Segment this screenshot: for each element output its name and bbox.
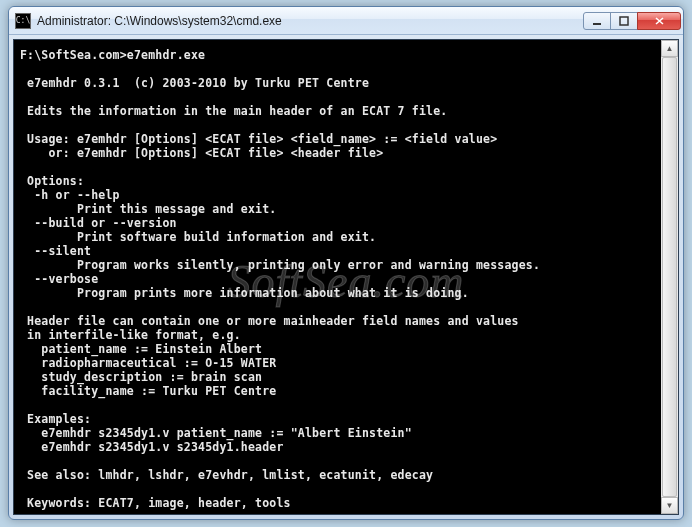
window-controls bbox=[584, 12, 681, 30]
titlebar[interactable]: C:\ Administrator: C:\Windows\system32\c… bbox=[9, 7, 683, 35]
svg-rect-1 bbox=[620, 17, 628, 25]
window-title: Administrator: C:\Windows\system32\cmd.e… bbox=[37, 14, 584, 28]
svg-rect-0 bbox=[593, 23, 601, 25]
scroll-thumb[interactable] bbox=[662, 57, 677, 497]
console-output[interactable]: F:\SoftSea.com>e7emhdr.exe e7emhdr 0.3.1… bbox=[14, 40, 678, 515]
scroll-up-button[interactable]: ▲ bbox=[661, 40, 678, 57]
cmd-window: C:\ Administrator: C:\Windows\system32\c… bbox=[8, 6, 684, 520]
console-area: F:\SoftSea.com>e7emhdr.exe e7emhdr 0.3.1… bbox=[13, 39, 679, 515]
vertical-scrollbar[interactable]: ▲ ▼ bbox=[661, 40, 678, 514]
maximize-button[interactable] bbox=[610, 12, 638, 30]
cmd-icon: C:\ bbox=[15, 13, 31, 29]
scroll-down-button[interactable]: ▼ bbox=[661, 497, 678, 514]
minimize-button[interactable] bbox=[583, 12, 611, 30]
close-button[interactable] bbox=[637, 12, 681, 30]
scroll-track[interactable] bbox=[661, 57, 678, 497]
